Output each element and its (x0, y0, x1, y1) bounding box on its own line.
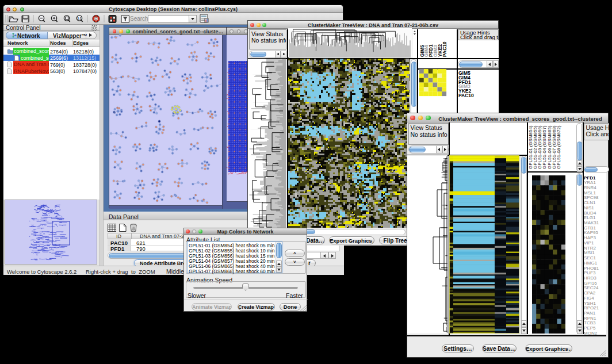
svg-text:PHO81: PHO81 (584, 266, 599, 271)
svg-text:SEC1: SEC1 (584, 255, 596, 260)
svg-text:YRA1: YRA1 (584, 180, 596, 185)
svg-text:MAK31: MAK31 (584, 220, 599, 225)
svg-text:PEP5: PEP5 (584, 325, 596, 331)
svg-text:CLN1: CLN1 (584, 200, 596, 205)
svg-text:HRD3: HRD3 (584, 275, 596, 281)
svg-text:KAP95: KAP95 (584, 230, 598, 235)
svg-text:MSL1: MSL1 (584, 190, 596, 196)
svg-text:PFD1: PFD1 (584, 175, 596, 181)
svg-text:FIG4: FIG4 (584, 296, 594, 301)
svg-text:VIP1: VIP1 (584, 240, 594, 246)
svg-text:BUD4: BUD4 (584, 210, 596, 216)
svg-text:NIS1: NIS1 (584, 205, 594, 210)
svg-text:Search:: Search: (130, 16, 150, 22)
svg-text:MON2: MON2 (584, 331, 598, 336)
svg-text:SPC98: SPC98 (584, 195, 599, 200)
svg-text:PAC10: PAC10 (442, 41, 447, 57)
svg-text:RPN1: RPN1 (584, 316, 596, 321)
svg-text:SEC24: SEC24 (584, 285, 599, 290)
svg-text:GPL51-08 (GSM872): GPL51-08 (GSM872) (556, 125, 561, 169)
svg-text:TCB3: TCB3 (584, 320, 596, 325)
svg-text:HMG1: HMG1 (584, 260, 598, 266)
svg-text:MSI1: MSI1 (584, 250, 595, 255)
svg-text:GTB1: GTB1 (584, 225, 596, 231)
svg-text:RPO21: RPO21 (584, 305, 599, 311)
svg-text:RNR4: RNR4 (584, 185, 596, 190)
svg-text:HAP3: HAP3 (584, 235, 596, 240)
svg-text:YSH1: YSH1 (584, 301, 596, 306)
svg-text:GPI16: GPI16 (584, 281, 597, 286)
svg-text:ELG1: ELG1 (584, 215, 596, 220)
svg-text:CPA2: CPA2 (584, 290, 596, 296)
svg-text:PUF3: PUF3 (584, 270, 596, 275)
svg-text:PAN1: PAN1 (584, 311, 596, 316)
svg-text:1:1: 1:1 (77, 17, 81, 20)
svg-text:NTR2: NTR2 (584, 246, 596, 251)
